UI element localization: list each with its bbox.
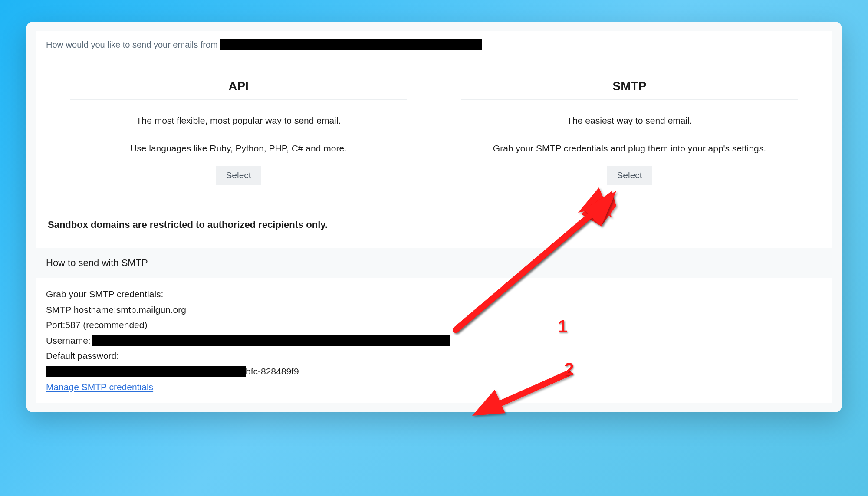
creds-hostname: SMTP hostname: smtp.mailgun.org <box>46 302 822 317</box>
redacted-password <box>46 366 246 377</box>
hostname-value: smtp.mailgun.org <box>116 302 186 317</box>
howto-heading: How to send with SMTP <box>36 248 832 278</box>
port-label: Port: <box>46 318 65 332</box>
redacted-username <box>92 335 450 346</box>
hostname-label: SMTP hostname: <box>46 302 116 317</box>
api-title: API <box>70 79 407 100</box>
redacted-domain <box>220 39 482 50</box>
creds-password-label: Default password: <box>46 348 822 363</box>
creds-username: Username: <box>46 333 822 348</box>
smtp-desc1: The easiest way to send email. <box>461 115 798 126</box>
options-row: API The most flexible, most popular way … <box>46 67 822 198</box>
manage-smtp-link[interactable]: Manage SMTP credentials <box>46 380 153 394</box>
smtp-option-card[interactable]: SMTP The easiest way to send email. Grab… <box>439 67 820 198</box>
port-value: 587 (recommended) <box>65 318 147 332</box>
question-text: How would you like to send your emails f… <box>46 40 218 50</box>
password-suffix: bfc-828489f9 <box>246 364 299 379</box>
api-option-card[interactable]: API The most flexible, most popular way … <box>48 67 429 198</box>
creds-grab: Grab your SMTP credentials: <box>46 287 822 302</box>
smtp-desc2: Grab your SMTP credentials and plug them… <box>461 143 798 154</box>
api-desc2: Use languages like Ruby, Python, PHP, C#… <box>70 143 407 154</box>
api-desc1: The most flexible, most popular way to s… <box>70 115 407 126</box>
question-row: How would you like to send your emails f… <box>46 39 822 50</box>
creds-password-value: bfc-828489f9 <box>46 364 822 379</box>
smtp-select-button[interactable]: Select <box>607 166 651 185</box>
settings-window: How would you like to send your emails f… <box>26 22 842 412</box>
creds-port: Port: 587 (recommended) <box>46 318 822 332</box>
username-label: Username: <box>46 333 91 348</box>
send-method-section: How would you like to send your emails f… <box>36 31 832 248</box>
api-select-button[interactable]: Select <box>216 166 260 185</box>
sandbox-note: Sandbox domains are restricted to author… <box>46 219 822 230</box>
credentials-section: Grab your SMTP credentials: SMTP hostnam… <box>36 278 832 403</box>
smtp-title: SMTP <box>461 79 798 100</box>
